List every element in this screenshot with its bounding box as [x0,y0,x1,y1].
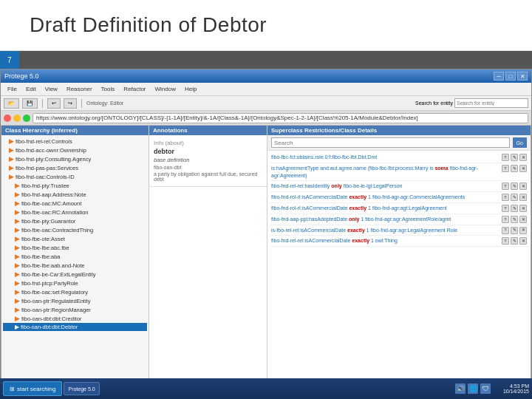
maximize-button[interactable]: □ [505,72,516,81]
taskbar-system-icons: 🔊 🌐 🛡 [455,383,491,394]
minimize-button[interactable]: ─ [494,72,504,81]
list-item[interactable]: ▶fibo-fnd-acc-ownr:Ownership [3,146,147,154]
taskbar-app-item[interactable]: Protege 5.0 [64,382,99,395]
info-label: Info (about) [154,140,262,146]
menu-file[interactable]: File [3,85,21,93]
list-item[interactable]: ▶fibo-fnd-ptcp:PartyRole [3,279,147,287]
toolbar-undo[interactable]: ↩ [47,98,61,109]
tree-bullet: ▶ [15,306,20,313]
info-description: a party by obligation against full due, … [154,171,262,182]
row-action-btn-3[interactable]: ✕ [519,165,527,172]
row-action-btn-2[interactable]: ✎ [511,154,518,161]
row-action-btn-1[interactable]: ? [502,237,509,245]
row-action-btn-1[interactable]: ? [502,165,509,172]
row-action-btn-1[interactable]: ? [502,205,509,212]
row-action-btn-1[interactable]: ? [502,154,509,161]
main-content: Class Hierarchy (inferred) ▶fibo-fnd-rel… [1,126,531,392]
menu-view[interactable]: View [41,85,62,93]
list-item[interactable]: ▶fibo-fbe-ote:Asset [3,234,147,243]
row-action-btn-3[interactable]: ✕ [519,216,527,223]
toolbar-redo[interactable]: ↪ [64,98,77,109]
list-item[interactable]: ▶fibo-fbe-oac:ContractedThing [3,225,147,234]
address-bar[interactable]: https://www.ontology.org/[ONTOLOGY]/[CLA… [33,113,528,123]
row-action-btn-3[interactable]: ✕ [519,205,527,212]
list-item[interactable]: ▶fibo-fnd-pty:Trustee [3,181,147,190]
row-action-btn-1[interactable]: ? [502,194,509,201]
row-actions: ? ✎ ✕ [502,183,527,190]
close-button[interactable]: ✕ [517,72,528,81]
toolbar-open[interactable]: 📂 [4,98,19,109]
toolbar-label: Ontology: Editor [86,100,123,106]
list-item[interactable]: ▶fibo-fnd-aap:Address:Note [3,190,147,199]
search-entity-input[interactable] [454,98,528,108]
list-item[interactable]: ▶fibo-fnd-pty:Consulting.Agency [3,154,147,163]
row-action-btn-2[interactable]: ✎ [511,183,518,190]
tree-bullet: ▶ [15,315,20,322]
row-action-btn-1[interactable]: ? [502,216,509,223]
taskbar-icon-security[interactable]: 🛡 [480,383,491,394]
row-actions: ? ✎ ✕ [502,237,527,245]
row-action-btn-3[interactable]: ✕ [519,227,527,234]
row-actions: ? ✎ ✕ [502,154,527,161]
list-item[interactable]: ▶fibo-fbe-fbe:abc.fbe [3,243,147,252]
list-item[interactable]: ▶fibo-fbe-be-Car:ExtLegalEntity [3,270,147,279]
menu-help[interactable]: Help [180,85,201,93]
menu-window[interactable]: Window [151,85,180,93]
results-search-button[interactable]: Go [513,137,527,148]
btn-close[interactable] [4,115,11,122]
list-item[interactable]: ▶fibo-fbe-pty:Guarantor [3,216,147,225]
toolbar-save[interactable]: 💾 [22,98,38,109]
second-toolbar: 📂 💾 ↩ ↪ Ontology: Editor Search for enti… [1,96,531,111]
list-item[interactable]: ▶fibo-fbe-oac:set:Regulatory [3,287,147,296]
row-action-btn-2[interactable]: ✎ [511,227,518,234]
row-action-btn-3[interactable]: ✕ [519,237,527,245]
btn-min[interactable] [13,115,21,122]
taskbar-icon-network[interactable]: 🌐 [468,383,478,394]
app-window: Protege 5.0 ─ □ ✕ File Edit View Reasone… [0,69,532,399]
middle-panel: Annotations Info (about) debtor base def… [149,126,267,391]
row-action-btn-2[interactable]: ✎ [511,165,518,172]
row-action-btn-3[interactable]: ✕ [519,194,527,201]
btn-max[interactable] [23,115,30,122]
list-item[interactable]: ▶fibo-fbe-fbe:aba [3,252,147,261]
list-item[interactable]: ▶fibo-oan-dbt:dbt:Creditor [3,314,147,323]
list-item[interactable]: ▶fibo-oan-ptr:RegionManager [3,305,147,314]
list-item[interactable]: ▶fibo-fnd-oac:Controls-ID [3,172,147,181]
result-text: fibo-fnd-aap-ppl:hasAdoptedDate only 1 f… [271,216,451,222]
tree-bullet: ▶ [15,262,20,269]
row-actions: ? ✎ ✕ [502,165,527,172]
tab-item[interactable]: 7 [0,51,19,69]
menu-tools[interactable]: Tools [97,85,120,93]
row-action-btn-2[interactable]: ✎ [511,237,518,245]
right-panel-header: Superclass Restrictions/Class Details [267,126,531,135]
table-row: ? ✎ ✕ is:haAgreementType and:aut.agree.n… [269,163,529,182]
row-action-btn-3[interactable]: ✕ [519,183,527,190]
window-title: Protege 5.0 [4,72,39,80]
tree-bullet: ▶ [9,137,14,145]
menu-edit[interactable]: Edit [21,85,41,93]
info-type: base definition [154,157,262,163]
row-action-btn-2[interactable]: ✎ [511,194,518,201]
list-item[interactable]: ▶fibo-fbe-oac:MC:Amount [3,199,147,208]
list-item[interactable]: ▶fibo-fnd-pas-pas:Services [3,163,147,172]
tree-bullet: ▶ [15,270,20,278]
row-action-btn-1[interactable]: ? [502,227,509,234]
row-action-btn-3[interactable]: ✕ [519,154,527,161]
results-search-input[interactable] [271,137,510,148]
list-item[interactable]: ▶fibo-fbe-fbe:aab.and-Note [3,261,147,270]
taskbar-icon-volume[interactable]: 🔊 [455,383,466,394]
menu-reasoner[interactable]: Reasoner [62,85,97,93]
row-action-btn-1[interactable]: ? [502,183,509,190]
menu-refactor[interactable]: Refactor [119,85,150,93]
toolbar-separator [42,99,43,108]
toolbar-separator-2 [81,99,82,108]
left-panel-header: Class Hierarchy (inferred) [1,126,149,135]
title-area: Draft Definition of Debtor [0,0,532,51]
list-item[interactable]: ▶fibo-fnd-rel-rel:Controls [3,137,147,146]
list-item[interactable]: ▶fibo-fbe-oac:RC:Annotation [3,208,147,216]
start-button[interactable]: ⊞ start searching [3,381,62,396]
row-action-btn-2[interactable]: ✎ [511,205,518,212]
list-item[interactable]: ▶fibo-oan-ptr:RegulatedEntity [3,296,147,305]
row-action-btn-2[interactable]: ✎ [511,216,518,223]
list-item-selected[interactable]: ▶fibo-oan-dbt:dbt:Debtor [3,323,147,331]
